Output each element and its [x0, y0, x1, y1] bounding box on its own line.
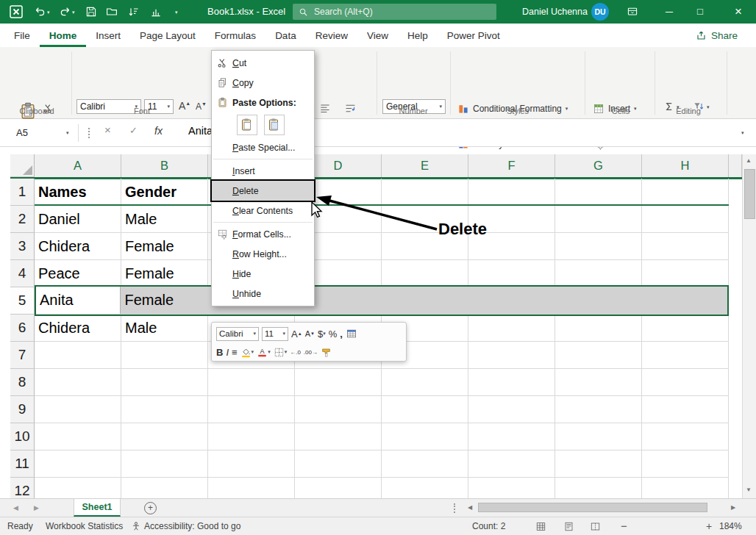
mini-grow-font-icon[interactable]: A▲ — [291, 326, 302, 341]
tab-file[interactable]: File — [4, 24, 40, 47]
paste-option-values-button[interactable] — [264, 115, 285, 135]
vertical-scrollbar[interactable]: ▲ ▼ — [742, 154, 756, 498]
normal-view-icon[interactable] — [535, 521, 546, 532]
row-header-4[interactable]: 4 — [10, 260, 35, 287]
active-cell-a5[interactable]: Anita — [36, 287, 121, 314]
menu-item-hide[interactable]: Hide — [212, 264, 314, 284]
column-header-g[interactable]: G — [555, 154, 642, 177]
avatar[interactable]: DU — [591, 3, 609, 21]
workbook-statistics-button[interactable]: Workbook Statistics — [46, 517, 123, 535]
formula-bar-drag-handle[interactable] — [88, 128, 90, 138]
cancel-entry-icon[interactable]: × — [104, 123, 111, 136]
cell-a3[interactable]: Chidera — [35, 233, 121, 260]
menu-item-insert[interactable]: Insert — [212, 161, 314, 181]
menu-item-unhide[interactable]: Unhide — [212, 284, 314, 304]
tab-page-layout[interactable]: Page Layout — [130, 24, 205, 47]
search-box[interactable] — [293, 4, 496, 20]
save-icon[interactable] — [85, 6, 97, 18]
cell-b4[interactable]: Female — [121, 260, 208, 287]
column-header-a[interactable]: A — [35, 154, 121, 177]
open-folder-icon[interactable] — [106, 6, 118, 18]
column-header-e[interactable]: E — [382, 154, 468, 177]
cell-a5[interactable]: Anita — [36, 287, 123, 314]
chart-icon[interactable] — [150, 6, 162, 18]
tab-power-pivot[interactable]: Power Pivot — [438, 24, 510, 47]
page-layout-view-icon[interactable] — [563, 521, 574, 532]
tab-splitter-handle[interactable] — [454, 503, 455, 513]
name-box[interactable]: A5 — [16, 124, 28, 142]
cell-b5[interactable]: Female — [121, 287, 208, 314]
row-header-10[interactable]: 10 — [10, 423, 35, 450]
close-button[interactable]: × — [721, 0, 756, 24]
selected-row-5[interactable]: Anita Female — [35, 285, 729, 316]
sheet-tab-sheet1[interactable]: Sheet1 — [74, 499, 121, 517]
mini-bold-icon[interactable]: B — [216, 345, 223, 359]
hscroll-left-icon[interactable]: ◀ — [468, 499, 472, 517]
mini-center-align-icon[interactable]: ≡ — [232, 345, 238, 359]
row-header-8[interactable]: 8 — [10, 369, 35, 396]
mini-comma-icon[interactable]: , — [340, 326, 343, 341]
zoom-in-icon[interactable]: + — [706, 517, 712, 535]
cell-a6[interactable]: Chidera — [35, 315, 121, 342]
mini-percent-icon[interactable]: % — [329, 326, 338, 341]
mini-accounting-icon[interactable]: $▾ — [318, 326, 326, 341]
undo-dropdown-caret-icon[interactable]: ▾ — [47, 10, 50, 15]
mini-format-painter-icon[interactable] — [321, 345, 332, 359]
page-break-view-icon[interactable] — [590, 521, 601, 532]
accessibility-status[interactable]: Accessibility: Good to go — [144, 517, 240, 535]
redo-icon[interactable] — [59, 5, 71, 18]
tab-data[interactable]: Data — [265, 24, 306, 47]
cell-a2[interactable]: Daniel — [35, 206, 121, 233]
menu-item-row-height[interactable]: Row Height... — [212, 244, 314, 264]
cell-b1[interactable]: Gender — [121, 179, 208, 206]
minimize-button[interactable]: ─ — [656, 0, 682, 24]
mini-fill-color-button[interactable]: ▾ — [240, 345, 254, 359]
tab-insert[interactable]: Insert — [86, 24, 130, 47]
hscroll-right-icon[interactable]: ▶ — [731, 499, 735, 517]
maximize-button[interactable]: □ — [687, 0, 713, 24]
undo-icon[interactable] — [34, 5, 46, 18]
mini-increase-decimal-icon[interactable]: ←.0 — [290, 345, 301, 359]
sort-ascending-icon[interactable] — [128, 6, 140, 18]
row-header-9[interactable]: 9 — [10, 396, 35, 423]
formula-bar-expand-caret-icon[interactable]: ▾ — [741, 130, 744, 136]
tab-home[interactable]: Home — [40, 24, 87, 47]
scroll-up-icon[interactable]: ▲ — [746, 157, 752, 164]
tab-formulas[interactable]: Formulas — [205, 24, 265, 47]
select-all-button[interactable] — [10, 154, 35, 177]
search-input[interactable] — [313, 6, 477, 18]
mini-borders-button[interactable]: ▾ — [274, 345, 288, 359]
new-sheet-icon[interactable]: + — [144, 502, 157, 514]
share-button[interactable]: Share — [696, 24, 738, 47]
mini-decrease-decimal-icon[interactable]: .00→ — [304, 345, 318, 359]
menu-item-paste-special[interactable]: Paste Special... — [212, 137, 314, 157]
paste-option-keep-formatting-button[interactable] — [237, 115, 257, 135]
redo-dropdown-caret-icon[interactable]: ▾ — [72, 10, 75, 15]
column-header-f[interactable]: F — [468, 154, 555, 177]
sheet-nav-left-icon[interactable]: ◀ — [13, 499, 18, 517]
insert-function-icon[interactable]: fx — [154, 125, 163, 137]
mini-format-table-icon[interactable] — [346, 326, 357, 341]
menu-item-clear-contents[interactable]: Clear Contents — [212, 201, 314, 220]
scroll-down-icon[interactable]: ▼ — [746, 486, 752, 493]
quick-access-customize-caret-icon[interactable]: ▾ — [175, 10, 178, 15]
menu-item-copy[interactable]: Copy — [212, 73, 314, 93]
ribbon-display-options-icon[interactable] — [627, 6, 638, 18]
horizontal-scrollbar-thumb[interactable] — [478, 503, 707, 512]
column-header-h[interactable]: H — [642, 154, 729, 177]
cell-b6[interactable]: Male — [121, 315, 208, 342]
menu-item-format-cells[interactable]: Format Cells... — [212, 224, 314, 244]
mini-font-color-button[interactable]: ▾ — [257, 345, 271, 359]
tab-view[interactable]: View — [357, 24, 398, 47]
row-header-1[interactable]: 1 — [10, 179, 35, 206]
row-header-12[interactable]: 12 — [10, 478, 35, 498]
column-header-partial[interactable] — [729, 154, 742, 177]
mini-italic-icon[interactable]: I — [226, 345, 229, 359]
row-header-6[interactable]: 6 — [10, 315, 35, 342]
user-name[interactable]: Daniel Uchenna — [522, 0, 588, 24]
row-header-3[interactable]: 3 — [10, 233, 35, 260]
tab-review[interactable]: Review — [306, 24, 357, 47]
menu-item-cut[interactable]: Cut — [212, 53, 314, 73]
cell-b2[interactable]: Male — [121, 206, 208, 233]
zoom-out-icon[interactable]: − — [621, 517, 627, 535]
